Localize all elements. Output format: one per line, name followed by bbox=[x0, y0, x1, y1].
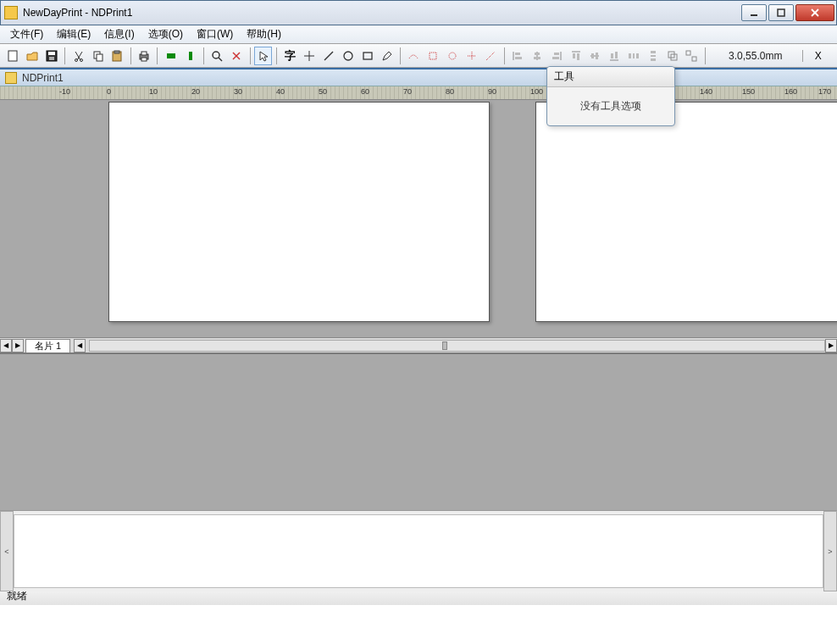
sheet-nav-prev-button[interactable]: ▶ bbox=[12, 339, 24, 353]
app-icon bbox=[4, 6, 18, 19]
ungroup-button[interactable] bbox=[683, 47, 701, 65]
cut-button[interactable] bbox=[69, 47, 87, 65]
path-tool2-button[interactable] bbox=[424, 47, 442, 65]
align-bottom-button[interactable] bbox=[606, 47, 624, 65]
ruler-tick: 0 bbox=[107, 87, 111, 96]
tool-panel-body: 没有工具选项 bbox=[547, 87, 674, 125]
align-left-button[interactable] bbox=[509, 47, 527, 65]
svg-rect-59 bbox=[692, 57, 696, 61]
menu-file[interactable]: 文件(F) bbox=[3, 25, 50, 43]
menu-edit[interactable]: 编辑(E) bbox=[50, 25, 97, 43]
pen-tool-button[interactable] bbox=[378, 47, 396, 65]
crosshair-tool-button[interactable] bbox=[301, 47, 319, 65]
sheet-nav-first-button[interactable]: ◀ bbox=[0, 339, 12, 353]
ruler-tick: 50 bbox=[319, 87, 327, 96]
svg-point-10 bbox=[75, 58, 77, 61]
svg-rect-20 bbox=[189, 52, 192, 60]
maximize-button[interactable] bbox=[768, 4, 794, 21]
window-buttons bbox=[741, 4, 834, 21]
menu-option[interactable]: 选项(O) bbox=[141, 25, 190, 43]
svg-point-11 bbox=[80, 58, 82, 61]
menu-help[interactable]: 帮助(H) bbox=[240, 25, 288, 43]
tool-panel-title[interactable]: 工具 bbox=[547, 67, 674, 87]
path-tool5-button[interactable] bbox=[482, 47, 500, 65]
svg-rect-40 bbox=[552, 57, 559, 59]
menu-window[interactable]: 窗口(W) bbox=[190, 25, 240, 43]
svg-rect-58 bbox=[686, 51, 690, 55]
canvas[interactable] bbox=[0, 100, 837, 337]
svg-point-31 bbox=[449, 53, 456, 59]
svg-rect-17 bbox=[141, 52, 147, 55]
ruler-tick: 160 bbox=[784, 87, 797, 96]
circle-tool-button[interactable] bbox=[340, 47, 358, 65]
svg-rect-49 bbox=[615, 52, 618, 58]
page-2[interactable] bbox=[535, 102, 837, 322]
group-button[interactable] bbox=[663, 47, 681, 65]
svg-rect-42 bbox=[573, 53, 575, 58]
tool-options-panel[interactable]: 工具 没有工具选项 bbox=[546, 66, 675, 126]
paste-button[interactable] bbox=[108, 47, 126, 65]
ruler-tick: 30 bbox=[234, 87, 242, 96]
path-tool4-button[interactable] bbox=[463, 47, 480, 65]
svg-rect-4 bbox=[8, 51, 17, 61]
document-titlebar: NDPrint1 bbox=[0, 69, 837, 86]
align-center-h-button[interactable] bbox=[529, 47, 546, 65]
ruler-tick: 100 bbox=[530, 87, 543, 96]
rect-tool-button[interactable] bbox=[358, 47, 376, 65]
open-button[interactable] bbox=[24, 47, 42, 65]
page-1[interactable] bbox=[108, 102, 490, 322]
bottom-panel-scroll-left[interactable]: < bbox=[0, 511, 14, 591]
horizontal-ruler[interactable]: -10 0 10 20 30 40 50 60 70 80 90 100 110… bbox=[0, 86, 837, 100]
zoom-button[interactable] bbox=[208, 47, 226, 65]
path-tool3-button[interactable] bbox=[444, 47, 462, 65]
text-tool-button[interactable]: 字 bbox=[281, 47, 299, 65]
sheet-nav-scroll-left[interactable]: ◀ bbox=[74, 339, 86, 353]
new-button[interactable] bbox=[4, 47, 22, 65]
coordinate-readout: 3.0,55.0mm bbox=[709, 50, 802, 62]
bottom-panel-content[interactable] bbox=[14, 514, 823, 588]
document-area: NDPrint1 -10 0 10 20 30 40 50 60 70 80 9… bbox=[0, 68, 837, 586]
sheet-nav-scroll-right[interactable]: ▶ bbox=[825, 339, 837, 353]
toolbar: 字 3.0,55.0mm X bbox=[0, 44, 837, 68]
svg-line-27 bbox=[324, 52, 333, 60]
svg-rect-7 bbox=[49, 57, 54, 60]
scrollbar-thumb[interactable] bbox=[442, 341, 447, 350]
horizontal-scrollbar[interactable] bbox=[89, 340, 825, 352]
path-tool1-button[interactable] bbox=[405, 47, 423, 65]
sheet-tab-bar: ◀ ▶ 名片 1 ◀ ▶ bbox=[0, 337, 837, 353]
minimize-button[interactable] bbox=[741, 4, 767, 21]
save-button[interactable] bbox=[43, 47, 61, 65]
svg-rect-52 bbox=[636, 53, 639, 58]
svg-rect-48 bbox=[611, 53, 613, 58]
ruler-tick: 20 bbox=[191, 87, 200, 96]
menu-info[interactable]: 信息(I) bbox=[97, 25, 141, 43]
copy-button[interactable] bbox=[89, 47, 107, 65]
distribute-v-button[interactable] bbox=[644, 47, 662, 65]
line-tool-button[interactable] bbox=[320, 47, 338, 65]
green-bar2-button[interactable] bbox=[181, 47, 199, 65]
svg-rect-50 bbox=[629, 53, 631, 58]
pointer-tool-button[interactable] bbox=[254, 47, 272, 65]
align-top-button[interactable] bbox=[567, 47, 585, 65]
close-button[interactable] bbox=[795, 4, 834, 21]
svg-point-21 bbox=[213, 52, 219, 58]
print-button[interactable] bbox=[136, 47, 153, 65]
workspace-gap bbox=[0, 353, 837, 510]
bottom-panel-scroll-right[interactable]: > bbox=[823, 511, 837, 591]
svg-line-22 bbox=[219, 58, 222, 61]
ruler-tick: 70 bbox=[403, 87, 412, 96]
sheet-tab-1[interactable]: 名片 1 bbox=[25, 339, 70, 353]
distribute-h-button[interactable] bbox=[625, 47, 643, 65]
bottom-panel: < > bbox=[0, 510, 837, 591]
zoom-out-button[interactable] bbox=[228, 47, 246, 65]
document-title: NDPrint1 bbox=[22, 72, 64, 84]
green-bar1-button[interactable] bbox=[162, 47, 180, 65]
ruler-tick: 140 bbox=[700, 87, 712, 96]
svg-rect-45 bbox=[591, 53, 594, 58]
svg-rect-51 bbox=[633, 53, 635, 58]
svg-rect-55 bbox=[651, 58, 656, 61]
svg-rect-13 bbox=[97, 54, 103, 61]
align-middle-v-button[interactable] bbox=[586, 47, 604, 65]
align-right-button[interactable] bbox=[547, 47, 565, 65]
x-axis-label: X bbox=[802, 50, 834, 62]
